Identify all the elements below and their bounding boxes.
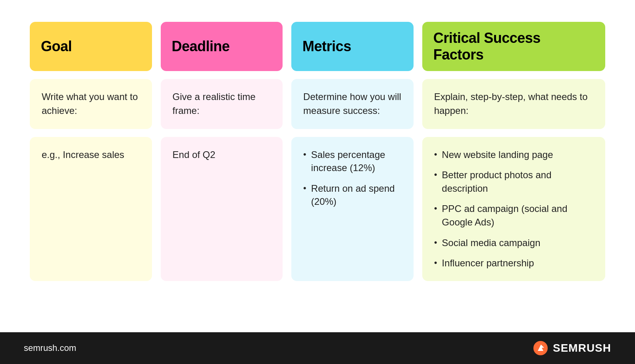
semrush-brand-text: SEMRUSH	[553, 342, 611, 354]
metrics-bullet-list: Sales percentage increase (12%) Return o…	[303, 148, 402, 208]
csf-example-cell: New website landing page Better product …	[422, 137, 605, 281]
csf-item-4: Social media campaign	[434, 236, 593, 250]
csf-bullet-list: New website landing page Better product …	[434, 148, 593, 270]
metrics-description-text: Determine how you will measure success:	[303, 91, 401, 116]
metrics-item-2: Return on ad spend (20%)	[303, 182, 402, 208]
footer: semrush.com SEMRUSH	[0, 332, 635, 364]
deadline-example-cell: End of Q2	[161, 137, 283, 281]
footer-url: semrush.com	[24, 343, 76, 353]
goal-description-text: Write what you want to achieve:	[42, 91, 138, 116]
semrush-logo: SEMRUSH	[532, 340, 611, 356]
header-goal: Goal	[30, 22, 152, 71]
metrics-header-label: Metrics	[302, 38, 351, 55]
goal-header-label: Goal	[41, 38, 72, 55]
metrics-item-1: Sales percentage increase (12%)	[303, 148, 402, 175]
header-row: Goal Deadline Metrics Critical Success F…	[30, 22, 605, 71]
deadline-example-text: End of Q2	[173, 149, 216, 160]
csf-description-cell: Explain, step-by-step, what needs to hap…	[422, 79, 605, 129]
csf-description-text: Explain, step-by-step, what needs to hap…	[434, 91, 588, 116]
goal-example-text: e.g., Increase sales	[42, 149, 124, 160]
deadline-header-label: Deadline	[172, 38, 230, 55]
main-content: Goal Deadline Metrics Critical Success F…	[0, 0, 635, 332]
header-metrics: Metrics	[291, 22, 414, 71]
csf-item-5: Influencer partnership	[434, 256, 593, 270]
goal-example-cell: e.g., Increase sales	[30, 137, 152, 281]
header-csf: Critical Success Factors	[422, 22, 605, 71]
csf-item-3: PPC ad campaign (social and Google Ads)	[434, 202, 593, 229]
header-deadline: Deadline	[161, 22, 283, 71]
goal-description-cell: Write what you want to achieve:	[30, 79, 152, 129]
metrics-example-cell: Sales percentage increase (12%) Return o…	[291, 137, 414, 281]
metrics-description-cell: Determine how you will measure success:	[291, 79, 414, 129]
description-row: Write what you want to achieve: Give a r…	[30, 79, 605, 129]
csf-item-2: Better product photos and description	[434, 168, 593, 195]
deadline-description-text: Give a realistic time frame:	[173, 91, 256, 116]
example-row: e.g., Increase sales End of Q2 Sales per…	[30, 137, 605, 281]
deadline-description-cell: Give a realistic time frame:	[161, 79, 283, 129]
csf-item-1: New website landing page	[434, 148, 593, 162]
csf-header-label: Critical Success Factors	[433, 30, 594, 63]
semrush-icon	[532, 340, 549, 356]
